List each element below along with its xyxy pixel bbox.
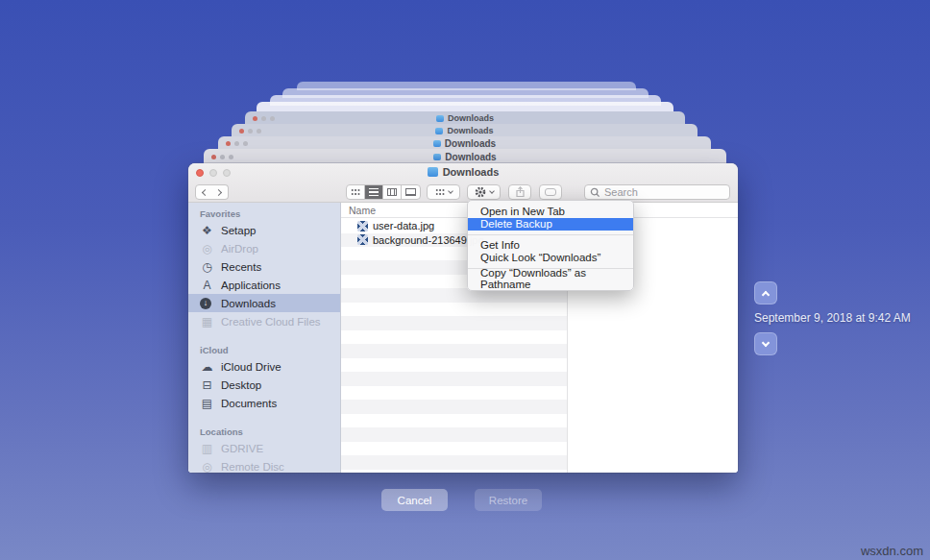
setapp-icon: ❖: [200, 225, 214, 236]
sidebar-item-remote-disc[interactable]: ◎Remote Disc: [188, 457, 340, 473]
menu-item-get-info[interactable]: Get Info: [468, 238, 633, 252]
recents-icon: ◷: [200, 261, 214, 273]
search-field[interactable]: [584, 184, 730, 200]
tag-icon: [545, 188, 556, 196]
sidebar-item-documents[interactable]: ▤Documents: [188, 394, 340, 412]
share-button[interactable]: [508, 184, 531, 200]
sidebar-section-locations: Locations: [188, 421, 340, 439]
view-mode-segmented-control: [346, 184, 421, 200]
coverflow-view-icon: [405, 188, 416, 196]
watermark: wsxdn.com: [861, 544, 923, 558]
menu-item-delete-backup[interactable]: Delete Backup: [468, 218, 633, 231]
chevron-right-icon: [215, 188, 222, 195]
menu-separator: [468, 234, 633, 235]
sidebar-section-favorites: Favorites: [188, 203, 340, 221]
downloads-folder-icon: [433, 154, 441, 160]
action-context-menu: Open in New Tab Delete Backup Get Info Q…: [467, 200, 634, 291]
stacked-window-titlebar[interactable]: Downloads: [245, 111, 685, 125]
sidebar: Favorites ❖Setapp ◎AirDrop ◷Recents AApp…: [188, 203, 341, 473]
list-view-button[interactable]: [365, 185, 383, 199]
sidebar-item-gdrive[interactable]: ▥GDRIVE: [188, 439, 340, 457]
airdrop-icon: ◎: [200, 243, 214, 255]
stacked-window-title: Downloads: [204, 152, 726, 162]
cancel-button[interactable]: Cancel: [381, 489, 448, 511]
downloads-folder-icon: [436, 115, 444, 122]
downloads-folder-icon: [435, 128, 443, 134]
sidebar-item-icloud-drive[interactable]: ☁iCloud Drive: [188, 357, 340, 376]
action-gear-button[interactable]: [467, 184, 501, 200]
file-name: user-data.jpg: [373, 220, 434, 231]
image-file-icon: [357, 234, 368, 245]
menu-item-open-in-new-tab[interactable]: Open in New Tab: [468, 205, 633, 218]
chevron-down-icon: [448, 188, 453, 194]
downloads-folder-icon: [433, 140, 441, 147]
menu-item-quick-look[interactable]: Quick Look “Downloads”: [468, 252, 633, 265]
column-view-icon: [387, 188, 397, 196]
share-icon: [515, 186, 526, 198]
finder-window: Downloads: [188, 163, 738, 473]
window-title: Downloads: [188, 166, 738, 178]
applications-icon: A: [200, 280, 214, 291]
menu-item-copy-pathname[interactable]: Copy “Downloads” as Pathname: [468, 272, 633, 285]
sidebar-item-applications[interactable]: AApplications: [188, 276, 340, 294]
window-body: Favorites ❖Setapp ◎AirDrop ◷Recents AApp…: [188, 203, 738, 473]
sidebar-item-airdrop[interactable]: ◎AirDrop: [188, 239, 340, 257]
group-icon: [435, 188, 445, 196]
icon-view-button[interactable]: [347, 185, 365, 199]
desktop-icon: ⊟: [200, 379, 214, 391]
group-button[interactable]: [427, 184, 460, 200]
drive-icon: ▥: [200, 443, 214, 454]
forward-button[interactable]: [211, 184, 229, 200]
documents-icon: ▤: [200, 398, 214, 409]
image-file-icon: [357, 221, 368, 231]
disc-icon: ◎: [200, 461, 214, 473]
sidebar-item-desktop[interactable]: ⊟Desktop: [188, 376, 340, 394]
chevron-down-icon: [762, 338, 770, 346]
downloads-icon: ↓: [200, 298, 214, 309]
stacked-window-title: Downloads: [245, 113, 685, 123]
chevron-down-icon: [489, 188, 495, 194]
window-chrome: Downloads: [188, 163, 738, 203]
sidebar-item-recents[interactable]: ◷Recents: [188, 257, 340, 276]
timeline-forward-button[interactable]: [754, 332, 777, 355]
downloads-folder-icon: [428, 167, 438, 177]
sidebar-section-icloud: iCloud: [188, 339, 340, 357]
sidebar-item-setapp[interactable]: ❖Setapp: [188, 221, 340, 239]
toolbar: [188, 182, 738, 203]
stacked-window-titlebar[interactable]: Downloads: [204, 149, 726, 164]
stacked-window-title: Downloads: [218, 138, 711, 149]
cloud-icon: ☁: [200, 361, 214, 373]
sidebar-item-downloads[interactable]: ↓Downloads: [188, 294, 340, 312]
titlebar[interactable]: Downloads: [188, 163, 738, 182]
timeline-date-label: September 9, 2018 at 9:42 AM: [754, 311, 911, 325]
chevron-left-icon: [201, 188, 208, 195]
tag-button[interactable]: [539, 184, 562, 200]
back-button[interactable]: [195, 184, 212, 200]
column-view-button[interactable]: [383, 185, 402, 199]
stacked-window-title: Downloads: [232, 126, 698, 135]
timeline-back-button[interactable]: [754, 281, 777, 304]
stacked-window-titlebar[interactable]: Downloads: [232, 124, 698, 137]
list-view-icon: [369, 188, 379, 196]
creative-cloud-icon: ▦: [200, 316, 214, 328]
search-icon: [590, 187, 600, 198]
gear-icon: [475, 186, 486, 198]
chevron-up-icon: [762, 290, 770, 298]
icon-view-icon: [351, 188, 360, 196]
sidebar-item-creative-cloud-files[interactable]: ▦Creative Cloud Files: [188, 312, 340, 330]
coverflow-view-button[interactable]: [402, 185, 420, 199]
search-input[interactable]: [604, 186, 720, 198]
restore-button[interactable]: Restore: [475, 489, 542, 511]
